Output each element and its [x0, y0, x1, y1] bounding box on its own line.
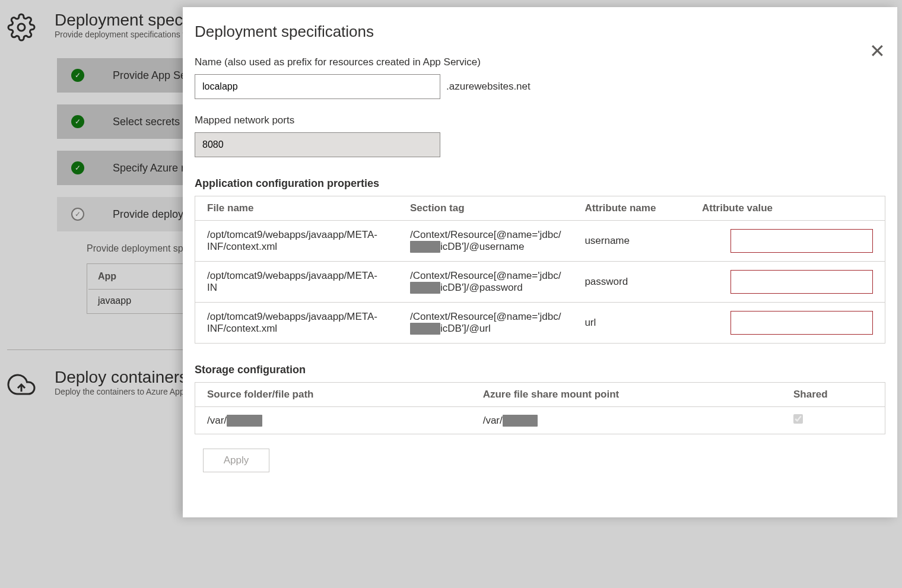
storage-table: Source folder/file path Azure file share…: [195, 382, 885, 434]
col-source: Source folder/file path: [195, 383, 471, 407]
col-attr-value: Attribute value: [690, 196, 885, 221]
col-section-tag: Section tag: [398, 196, 573, 221]
close-button[interactable]: ✕: [869, 42, 885, 61]
col-mount: Azure file share mount point: [471, 383, 782, 407]
app-config-table: File name Section tag Attribute name Att…: [195, 196, 885, 344]
mount-point-cell: /var/xxxxxxx: [471, 407, 782, 434]
section-tag-cell: /Context/Resource[@name='jdbc/xxxxxxicDB…: [398, 221, 573, 262]
section-tag-cell: /Context/Resource[@name='jdbc/xxxxxxicDB…: [398, 303, 573, 344]
app-config-header: Application configuration properties: [195, 177, 885, 190]
ports-label: Mapped network ports: [195, 115, 885, 126]
config-row: /opt/tomcat9/webapps/javaapp/META-INF/co…: [195, 221, 885, 262]
name-label: Name (also used as prefix for resources …: [195, 56, 885, 68]
ports-input: [195, 132, 440, 157]
col-file-name: File name: [195, 196, 398, 221]
attr-name-cell: password: [573, 262, 690, 303]
storage-row: /var/xxxxxxx /var/xxxxxxx: [195, 407, 885, 434]
attr-value-input[interactable]: [731, 270, 873, 294]
section-tag-cell: /Context/Resource[@name='jdbc/xxxxxxicDB…: [398, 262, 573, 303]
file-name-cell: /opt/tomcat9/webapps/javaapp/META-INF/co…: [195, 221, 398, 262]
attr-value-input[interactable]: [731, 311, 873, 335]
source-path-cell: /var/xxxxxxx: [195, 407, 471, 434]
col-attr-name: Attribute name: [573, 196, 690, 221]
config-row: /opt/tomcat9/webapps/javaapp/META-INF/co…: [195, 303, 885, 344]
storage-header: Storage configuration: [195, 364, 885, 376]
modal-title: Deployment specifications: [195, 23, 885, 41]
close-icon: ✕: [869, 40, 885, 62]
file-name-cell: /opt/tomcat9/webapps/javaapp/META-IN: [195, 262, 398, 303]
attr-name-cell: username: [573, 221, 690, 262]
col-shared: Shared: [782, 383, 885, 407]
domain-suffix: .azurewebsites.net: [446, 81, 531, 93]
attr-name-cell: url: [573, 303, 690, 344]
file-name-cell: /opt/tomcat9/webapps/javaapp/META-INF/co…: [195, 303, 398, 344]
apply-button[interactable]: Apply: [203, 449, 269, 472]
shared-checkbox: [793, 414, 803, 424]
deployment-spec-modal: Deployment specifications ✕ Name (also u…: [183, 7, 897, 517]
attr-value-input[interactable]: [731, 229, 873, 253]
name-input[interactable]: [195, 74, 440, 99]
config-row: /opt/tomcat9/webapps/javaapp/META-IN /Co…: [195, 262, 885, 303]
